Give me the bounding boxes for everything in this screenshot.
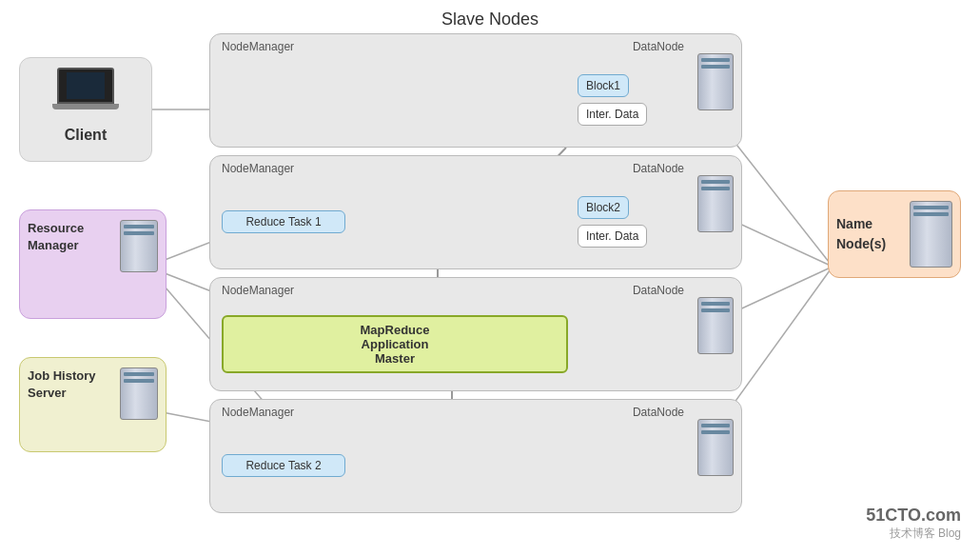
node4-datanode-label: DataNode: [633, 406, 684, 419]
node1-manager-label: NodeManager: [222, 40, 294, 53]
resource-manager-label: ResourceManager: [28, 220, 112, 254]
server-icon-jobhistory: [120, 367, 158, 420]
watermark: 51CTO.com 技术博客 Blog: [866, 506, 961, 542]
node4-manager-label: NodeManager: [222, 406, 294, 419]
resource-manager-panel: ResourceManager: [19, 209, 167, 319]
node2-server: [697, 175, 734, 232]
node3-datanode-label: DataNode: [633, 284, 684, 297]
node2-content: Reduce Task 1: [222, 210, 568, 233]
left-column: Client ResourceManager Job HistoryServer: [19, 57, 167, 452]
node2-block2: Block2: [578, 196, 629, 219]
node4-content: Reduce Task 2: [222, 454, 568, 477]
node1-datanode-label: DataNode: [633, 40, 684, 53]
client-panel: Client: [19, 57, 152, 162]
reduce-task-1: Reduce Task 1: [222, 210, 345, 233]
client-label: Client: [65, 127, 107, 144]
job-history-label: Job HistoryServer: [28, 367, 112, 402]
server-icon-namenode: [910, 201, 952, 268]
server-icon-resource: [120, 220, 158, 272]
node-row-2: NodeManager DataNode Reduce Task 1 Block…: [209, 155, 742, 269]
node1-block1: Block1: [578, 74, 629, 97]
node3-content: MapReduceApplicationMaster: [222, 315, 568, 373]
node-row-3: NodeManager DataNode MapReduceApplicatio…: [209, 277, 742, 391]
reduce-task-2: Reduce Task 2: [222, 454, 345, 477]
app-master-box: MapReduceApplicationMaster: [222, 315, 568, 373]
node4-server: [697, 419, 734, 476]
node-row-1: NodeManager DataNode Block1 Inter. Data: [209, 33, 742, 148]
page-title: Slave Nodes: [0, 10, 980, 30]
node1-server: [697, 53, 734, 110]
watermark-site: 51CTO.com: [866, 506, 961, 526]
node2-manager-label: NodeManager: [222, 162, 294, 175]
node3-server: [697, 297, 734, 354]
node-row-4: NodeManager DataNode Reduce Task 2: [209, 399, 742, 513]
watermark-sub: 技术博客 Blog: [866, 526, 961, 542]
node3-manager-label: NodeManager: [222, 284, 294, 297]
node2-datanode-label: DataNode: [633, 162, 684, 175]
laptop-icon: [52, 68, 119, 115]
slave-nodes-area: NodeManager DataNode Block1 Inter. Data …: [209, 33, 742, 547]
name-node-label: NameNode(s): [836, 214, 904, 254]
node1-inter-data: Inter. Data: [578, 103, 647, 126]
job-history-panel: Job HistoryServer: [19, 357, 167, 452]
node2-inter-data: Inter. Data: [578, 225, 647, 248]
name-node-panel: NameNode(s): [828, 190, 961, 278]
